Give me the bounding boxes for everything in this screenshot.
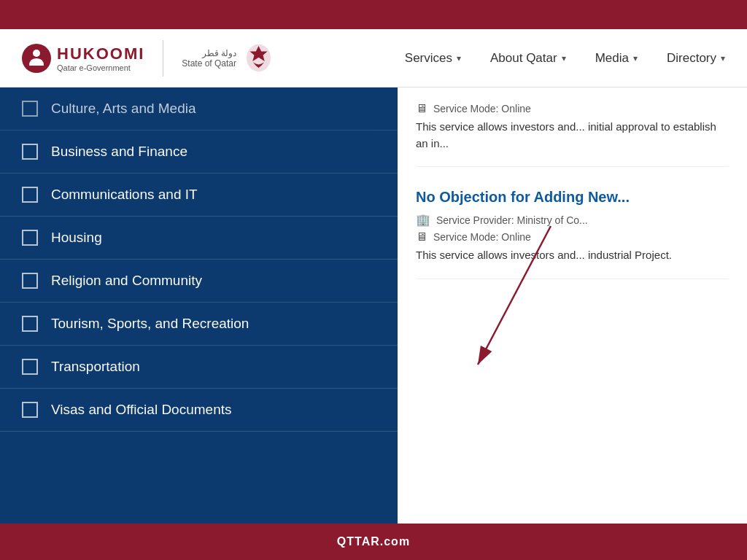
directory-chevron-icon: ▾ (721, 53, 725, 63)
services-label: Services (405, 51, 452, 66)
nav-media[interactable]: Media ▾ (595, 51, 638, 66)
sidebar-item-culture[interactable]: Culture, Arts and Media (0, 88, 398, 131)
sidebar: Culture, Arts and Media Business and Fin… (0, 88, 398, 524)
transportation-label: Transportation (51, 359, 140, 375)
provider-label-2: Service Provider: Ministry of Co... (436, 214, 588, 226)
qatar-english: State of Qatar (182, 58, 236, 69)
nav-about-qatar[interactable]: About Qatar ▾ (490, 51, 566, 66)
sidebar-item-religion[interactable]: Religion and Community (0, 260, 398, 303)
housing-checkbox[interactable] (22, 230, 38, 246)
hukoomi-icon (22, 44, 51, 73)
service-desc-2: This service allows investors and... ind… (416, 247, 729, 264)
services-chevron-icon: ▾ (457, 53, 461, 63)
business-label: Business and Finance (51, 144, 187, 160)
qatar-arabic: دولة قطر (182, 48, 236, 58)
right-content: 🖥 Service Mode: Online This service allo… (398, 88, 747, 524)
service-title-2: No Objection for Adding New... (416, 189, 729, 206)
housing-label: Housing (51, 230, 102, 246)
communications-label: Communications and IT (51, 187, 198, 203)
service-desc-1: This service allows investors and... ini… (416, 119, 729, 152)
sidebar-item-transportation[interactable]: Transportation (0, 346, 398, 389)
bottom-bar: QTTAR.com (0, 524, 747, 560)
about-chevron-icon: ▾ (562, 53, 566, 63)
visas-label: Visas and Official Documents (51, 402, 231, 418)
tourism-checkbox[interactable] (22, 316, 38, 332)
service-provider-2: 🏢 Service Provider: Ministry of Co... (416, 213, 729, 227)
media-label: Media (595, 51, 629, 66)
about-qatar-label: About Qatar (490, 51, 557, 66)
brand-sub: Qatar e-Government (57, 63, 144, 72)
service-card-2: No Objection for Adding New... 🏢 Service… (416, 189, 729, 279)
sidebar-item-housing[interactable]: Housing (0, 217, 398, 260)
top-bar (0, 0, 747, 29)
state-of-qatar: دولة قطر State of Qatar (182, 42, 275, 74)
header: HUKOOMI Qatar e-Government دولة قطر Stat… (0, 29, 747, 88)
mode-label-2: Service Mode: Online (433, 231, 531, 243)
main-nav: Services ▾ About Qatar ▾ Media ▾ Directo… (405, 51, 725, 66)
service-card-1: 🖥 Service Mode: Online This service allo… (416, 102, 729, 167)
religion-checkbox[interactable] (22, 273, 38, 289)
main-content: Culture, Arts and Media Business and Fin… (0, 88, 747, 524)
mode-label-1: Service Mode: Online (433, 103, 531, 114)
business-checkbox[interactable] (22, 144, 38, 160)
hukoomi-text: HUKOOMI Qatar e-Government (57, 44, 144, 72)
media-chevron-icon: ▾ (633, 53, 638, 63)
sidebar-item-visas[interactable]: Visas and Official Documents (0, 389, 398, 432)
sidebar-item-tourism[interactable]: Tourism, Sports, and Recreation (0, 303, 398, 346)
provider-icon-2: 🏢 (416, 213, 430, 227)
logo-hukoomi: HUKOOMI Qatar e-Government (22, 44, 144, 73)
nav-services[interactable]: Services ▾ (405, 51, 461, 66)
communications-checkbox[interactable] (22, 187, 38, 203)
nav-directory[interactable]: Directory ▾ (667, 51, 725, 66)
religion-label: Religion and Community (51, 273, 202, 289)
qatar-emblem-icon (242, 42, 275, 74)
qatar-text: دولة قطر State of Qatar (182, 48, 236, 69)
tourism-label: Tourism, Sports, and Recreation (51, 316, 249, 332)
culture-checkbox[interactable] (22, 101, 38, 117)
transportation-checkbox[interactable] (22, 359, 38, 375)
sidebar-item-business[interactable]: Business and Finance (0, 131, 398, 174)
directory-label: Directory (667, 51, 716, 66)
service-mode-2: 🖥 Service Mode: Online (416, 230, 729, 244)
service-mode-1: 🖥 Service Mode: Online (416, 102, 729, 115)
logo-area: HUKOOMI Qatar e-Government دولة قطر Stat… (22, 40, 275, 77)
brand-name: HUKOOMI (57, 44, 144, 63)
visas-checkbox[interactable] (22, 402, 38, 418)
mode-icon-1: 🖥 (416, 102, 427, 115)
bottom-bar-text: QTTAR.com (337, 535, 410, 548)
mode-icon-2: 🖥 (416, 230, 427, 244)
sidebar-item-communications[interactable]: Communications and IT (0, 174, 398, 217)
logo-divider (163, 40, 163, 77)
svg-point-0 (33, 50, 40, 57)
culture-label: Culture, Arts and Media (51, 101, 196, 117)
